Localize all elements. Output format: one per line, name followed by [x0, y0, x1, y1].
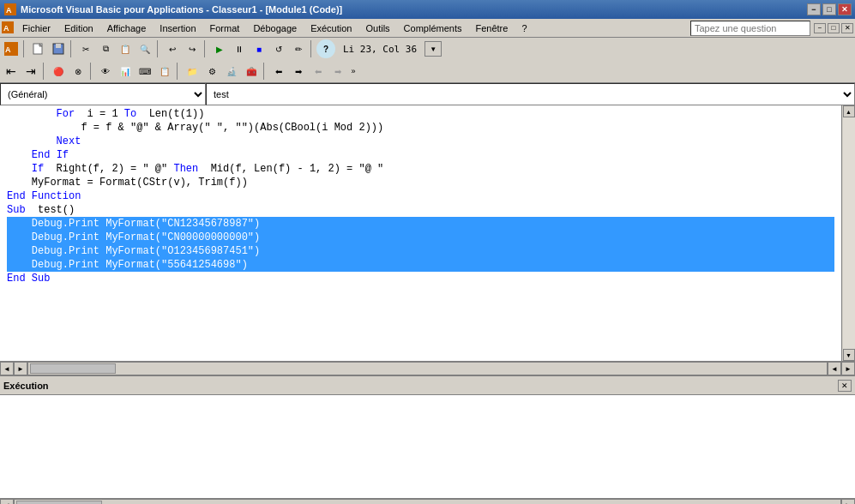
tb2-more4[interactable]: ➡ [328, 62, 347, 81]
bottom-scrollbar: ◄ ► [0, 498, 855, 504]
execution-close-btn[interactable]: ✕ [838, 380, 852, 392]
tb-sep4 [204, 40, 208, 57]
tb-design[interactable]: ✏ [289, 39, 308, 58]
code-line: Debug.Print MyFormat("CN00000000000") [7, 231, 834, 244]
code-line: Debug.Print MyFormat("55641254698") [7, 258, 834, 272]
tb-copy[interactable]: ⧉ [96, 39, 115, 58]
h-scroll-area[interactable] [27, 362, 828, 375]
tb2-more3[interactable]: ⬅ [309, 62, 328, 81]
tb2-properties[interactable]: ⚙ [202, 62, 221, 81]
tb2-proj-explorer[interactable]: 📁 [183, 62, 202, 81]
tb2-immediate[interactable]: ⌨ [135, 62, 154, 81]
inner-restore[interactable]: □ [828, 23, 840, 33]
window-controls: − □ ✕ [807, 3, 852, 15]
code-line: End Sub [7, 272, 834, 285]
scroll-up-btn[interactable]: ▲ [843, 105, 855, 117]
tb2-more2[interactable]: ➡ [289, 62, 308, 81]
vertical-scrollbar[interactable]: ▲ ▼ [841, 105, 855, 361]
menu-complements[interactable]: Compléments [397, 20, 469, 37]
code-line: End Function [7, 189, 834, 203]
tb2-clear-all[interactable]: ⊗ [69, 62, 87, 81]
scroll-track[interactable] [843, 117, 855, 349]
tb2-sep1 [43, 63, 46, 80]
tb2-more1[interactable]: ⬅ [269, 62, 288, 81]
tb-paste[interactable]: 📋 [116, 39, 135, 58]
tb2-locals[interactable]: 📊 [116, 62, 135, 81]
tb-pause[interactable]: ⏸ [230, 39, 249, 58]
close-button[interactable]: ✕ [838, 3, 852, 15]
menu-bar: A Fichier Edition Affichage Insertion Fo… [0, 19, 855, 38]
bottom-scroll-left-btn[interactable]: ◄ [0, 499, 14, 505]
tb-stop[interactable]: ■ [250, 39, 268, 58]
menu-insertion[interactable]: Insertion [153, 20, 202, 37]
tb2-toggle-break[interactable]: 🔴 [49, 62, 68, 81]
window-title: Microsoft Visual Basic pour Applications… [21, 4, 807, 15]
tb-sep2 [70, 40, 74, 57]
code-line: Debug.Print MyFormat("O123456987451") [7, 244, 834, 258]
inner-minimize[interactable]: − [814, 23, 826, 33]
tb-sep5 [310, 40, 314, 57]
help-search[interactable] [690, 21, 810, 36]
tb2-obj-browser[interactable]: 🔬 [222, 62, 241, 81]
tb-cut[interactable]: ✂ [76, 39, 95, 58]
menu-outils[interactable]: Outils [358, 20, 396, 37]
minimize-button[interactable]: − [807, 3, 821, 15]
bottom-h-scroll[interactable] [14, 499, 841, 505]
code-line: End If [7, 148, 834, 162]
h-scroll-left[interactable]: ◄ [828, 362, 841, 375]
tb-redo[interactable]: ↪ [183, 39, 202, 58]
scroll-down-btn[interactable]: ▼ [843, 349, 855, 361]
tb-reset[interactable]: ↺ [269, 39, 288, 58]
toolbar-row1: A ✂ ⧉ 📋 🔍 ↩ ↪ ▶ ⏸ ■ ↺ ✏ ? Li 23, Col 36 … [0, 38, 855, 60]
tb2-indent[interactable]: ⇤ [2, 62, 21, 81]
code-line: f = f & "@" & Array(" ", "")(Abs(CBool(i… [7, 121, 834, 135]
menu-fichier[interactable]: Fichier [15, 20, 57, 37]
procedure-selector[interactable]: test [206, 83, 855, 105]
h-scroll-right[interactable]: ► [841, 362, 855, 375]
tb-undo[interactable]: ↩ [163, 39, 182, 58]
tab-left-btn[interactable]: ◄ [0, 362, 14, 375]
menu-edition[interactable]: Edition [57, 20, 100, 37]
menu-affichage[interactable]: Affichage [100, 20, 154, 37]
svg-text:A: A [3, 24, 9, 33]
app-icon: A [3, 3, 17, 16]
tb2-expand[interactable]: » [348, 62, 358, 81]
code-editor[interactable]: For i = 1 To Len(t(1)) f = f & "@" & Arr… [0, 105, 841, 361]
tb-run[interactable]: ▶ [210, 39, 229, 58]
toolbar-area: A ✂ ⧉ 📋 🔍 ↩ ↪ ▶ ⏸ ■ ↺ ✏ ? Li 23, Col 36 … [0, 38, 855, 83]
tb2-outdent[interactable]: ⇥ [21, 62, 40, 81]
tb-sep1 [23, 40, 27, 57]
tb2-callstack[interactable]: 📋 [155, 62, 174, 81]
execution-title: Exécution [3, 381, 49, 391]
restore-button[interactable]: □ [822, 3, 836, 15]
cursor-position: Li 23, Col 36 [336, 44, 424, 55]
scope-selector[interactable]: (Général) [0, 83, 206, 105]
code-line: Debug.Print MyFormat("CN12345678987") [7, 217, 834, 231]
tb-find[interactable]: 🔍 [135, 39, 154, 58]
menu-fenetre[interactable]: Fenêtre [468, 20, 515, 37]
tb2-toolbox[interactable]: 🧰 [242, 62, 261, 81]
tb-scroll-dropdown[interactable]: ▼ [424, 41, 442, 57]
code-line: Next [7, 135, 834, 148]
menu-debogage[interactable]: Débogage [246, 20, 304, 37]
svg-rect-9 [56, 44, 61, 48]
code-line: MyFormat = Format(CStr(v), Trim(f)) [7, 176, 834, 189]
h-scroll-thumb [30, 363, 116, 374]
bottom-scroll-right-btn[interactable]: ► [841, 499, 855, 505]
tb-new[interactable] [29, 39, 48, 58]
menu-execution[interactable]: Exécution [304, 20, 358, 37]
code-line: Sub test() [7, 203, 834, 217]
tab-right-btn[interactable]: ► [14, 362, 27, 375]
menu-aide[interactable]: ? [515, 20, 533, 37]
execution-content[interactable] [0, 395, 855, 498]
code-line: If Right(f, 2) = " @" Then Mid(f, Len(f)… [7, 162, 834, 176]
tb2-sep4 [263, 63, 267, 80]
svg-text:A: A [6, 6, 12, 15]
inner-close[interactable]: ✕ [841, 23, 853, 33]
menu-format[interactable]: Format [203, 20, 247, 37]
tb-save[interactable] [49, 39, 68, 58]
tb2-watch[interactable]: 👁 [96, 62, 115, 81]
svg-text:A: A [5, 45, 11, 54]
tb-help[interactable]: ? [316, 39, 335, 58]
editor-wrapper: (Général) test For i = 1 To Len(t(1)) f … [0, 83, 855, 375]
